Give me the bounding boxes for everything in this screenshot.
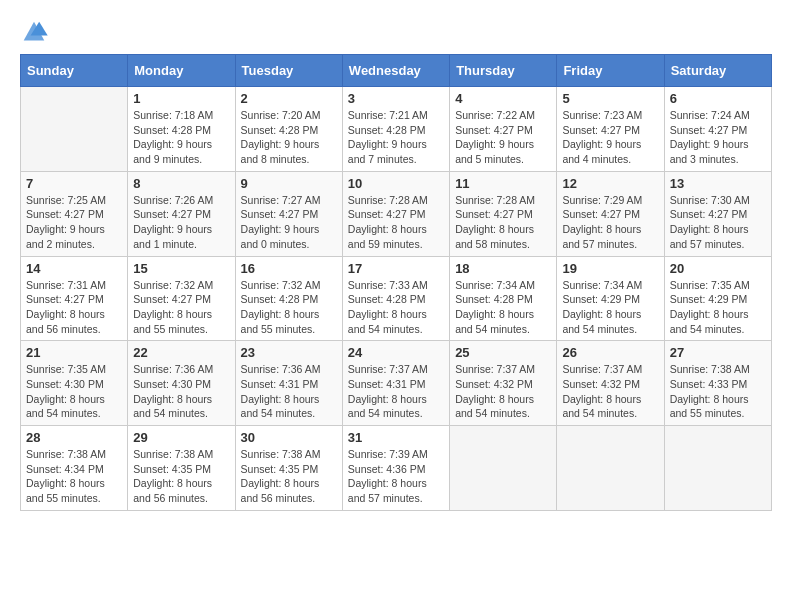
calendar-cell: 3Sunrise: 7:21 AMSunset: 4:28 PMDaylight… <box>342 87 449 172</box>
day-info: Sunrise: 7:36 AMSunset: 4:30 PMDaylight:… <box>133 362 229 421</box>
calendar-week-row: 28Sunrise: 7:38 AMSunset: 4:34 PMDayligh… <box>21 426 772 511</box>
day-number: 19 <box>562 261 658 276</box>
calendar-cell: 1Sunrise: 7:18 AMSunset: 4:28 PMDaylight… <box>128 87 235 172</box>
day-info: Sunrise: 7:20 AMSunset: 4:28 PMDaylight:… <box>241 108 337 167</box>
day-number: 12 <box>562 176 658 191</box>
day-number: 2 <box>241 91 337 106</box>
day-info: Sunrise: 7:22 AMSunset: 4:27 PMDaylight:… <box>455 108 551 167</box>
calendar-cell: 2Sunrise: 7:20 AMSunset: 4:28 PMDaylight… <box>235 87 342 172</box>
day-info: Sunrise: 7:34 AMSunset: 4:28 PMDaylight:… <box>455 278 551 337</box>
calendar-cell: 30Sunrise: 7:38 AMSunset: 4:35 PMDayligh… <box>235 426 342 511</box>
day-number: 21 <box>26 345 122 360</box>
calendar-cell: 8Sunrise: 7:26 AMSunset: 4:27 PMDaylight… <box>128 171 235 256</box>
day-number: 14 <box>26 261 122 276</box>
day-info: Sunrise: 7:37 AMSunset: 4:32 PMDaylight:… <box>562 362 658 421</box>
calendar-cell: 9Sunrise: 7:27 AMSunset: 4:27 PMDaylight… <box>235 171 342 256</box>
logo-icon <box>20 20 48 44</box>
calendar-cell <box>557 426 664 511</box>
day-number: 13 <box>670 176 766 191</box>
calendar-cell: 29Sunrise: 7:38 AMSunset: 4:35 PMDayligh… <box>128 426 235 511</box>
day-number: 26 <box>562 345 658 360</box>
day-info: Sunrise: 7:39 AMSunset: 4:36 PMDaylight:… <box>348 447 444 506</box>
day-info: Sunrise: 7:21 AMSunset: 4:28 PMDaylight:… <box>348 108 444 167</box>
day-number: 23 <box>241 345 337 360</box>
day-info: Sunrise: 7:18 AMSunset: 4:28 PMDaylight:… <box>133 108 229 167</box>
day-info: Sunrise: 7:37 AMSunset: 4:32 PMDaylight:… <box>455 362 551 421</box>
day-of-week-header: Friday <box>557 55 664 87</box>
calendar-header-row: SundayMondayTuesdayWednesdayThursdayFrid… <box>21 55 772 87</box>
day-info: Sunrise: 7:38 AMSunset: 4:35 PMDaylight:… <box>133 447 229 506</box>
day-number: 18 <box>455 261 551 276</box>
day-number: 24 <box>348 345 444 360</box>
calendar-cell: 16Sunrise: 7:32 AMSunset: 4:28 PMDayligh… <box>235 256 342 341</box>
calendar: SundayMondayTuesdayWednesdayThursdayFrid… <box>20 54 772 511</box>
calendar-cell <box>21 87 128 172</box>
calendar-cell: 14Sunrise: 7:31 AMSunset: 4:27 PMDayligh… <box>21 256 128 341</box>
calendar-cell: 18Sunrise: 7:34 AMSunset: 4:28 PMDayligh… <box>450 256 557 341</box>
day-of-week-header: Monday <box>128 55 235 87</box>
day-of-week-header: Sunday <box>21 55 128 87</box>
day-of-week-header: Wednesday <box>342 55 449 87</box>
calendar-week-row: 1Sunrise: 7:18 AMSunset: 4:28 PMDaylight… <box>21 87 772 172</box>
day-info: Sunrise: 7:28 AMSunset: 4:27 PMDaylight:… <box>455 193 551 252</box>
day-number: 28 <box>26 430 122 445</box>
calendar-cell: 24Sunrise: 7:37 AMSunset: 4:31 PMDayligh… <box>342 341 449 426</box>
day-info: Sunrise: 7:37 AMSunset: 4:31 PMDaylight:… <box>348 362 444 421</box>
calendar-cell: 31Sunrise: 7:39 AMSunset: 4:36 PMDayligh… <box>342 426 449 511</box>
day-info: Sunrise: 7:28 AMSunset: 4:27 PMDaylight:… <box>348 193 444 252</box>
day-info: Sunrise: 7:38 AMSunset: 4:34 PMDaylight:… <box>26 447 122 506</box>
day-info: Sunrise: 7:31 AMSunset: 4:27 PMDaylight:… <box>26 278 122 337</box>
day-info: Sunrise: 7:30 AMSunset: 4:27 PMDaylight:… <box>670 193 766 252</box>
day-info: Sunrise: 7:36 AMSunset: 4:31 PMDaylight:… <box>241 362 337 421</box>
calendar-cell: 23Sunrise: 7:36 AMSunset: 4:31 PMDayligh… <box>235 341 342 426</box>
day-of-week-header: Thursday <box>450 55 557 87</box>
day-info: Sunrise: 7:38 AMSunset: 4:33 PMDaylight:… <box>670 362 766 421</box>
calendar-cell: 6Sunrise: 7:24 AMSunset: 4:27 PMDaylight… <box>664 87 771 172</box>
day-of-week-header: Saturday <box>664 55 771 87</box>
calendar-cell: 20Sunrise: 7:35 AMSunset: 4:29 PMDayligh… <box>664 256 771 341</box>
calendar-cell <box>664 426 771 511</box>
calendar-cell: 12Sunrise: 7:29 AMSunset: 4:27 PMDayligh… <box>557 171 664 256</box>
calendar-cell: 27Sunrise: 7:38 AMSunset: 4:33 PMDayligh… <box>664 341 771 426</box>
day-number: 29 <box>133 430 229 445</box>
day-number: 6 <box>670 91 766 106</box>
calendar-cell: 21Sunrise: 7:35 AMSunset: 4:30 PMDayligh… <box>21 341 128 426</box>
day-of-week-header: Tuesday <box>235 55 342 87</box>
calendar-cell: 4Sunrise: 7:22 AMSunset: 4:27 PMDaylight… <box>450 87 557 172</box>
day-info: Sunrise: 7:29 AMSunset: 4:27 PMDaylight:… <box>562 193 658 252</box>
calendar-cell: 15Sunrise: 7:32 AMSunset: 4:27 PMDayligh… <box>128 256 235 341</box>
calendar-cell: 5Sunrise: 7:23 AMSunset: 4:27 PMDaylight… <box>557 87 664 172</box>
calendar-cell: 13Sunrise: 7:30 AMSunset: 4:27 PMDayligh… <box>664 171 771 256</box>
day-number: 25 <box>455 345 551 360</box>
day-number: 1 <box>133 91 229 106</box>
day-number: 20 <box>670 261 766 276</box>
calendar-week-row: 14Sunrise: 7:31 AMSunset: 4:27 PMDayligh… <box>21 256 772 341</box>
day-number: 4 <box>455 91 551 106</box>
day-number: 31 <box>348 430 444 445</box>
calendar-cell: 22Sunrise: 7:36 AMSunset: 4:30 PMDayligh… <box>128 341 235 426</box>
day-info: Sunrise: 7:34 AMSunset: 4:29 PMDaylight:… <box>562 278 658 337</box>
day-number: 3 <box>348 91 444 106</box>
day-info: Sunrise: 7:35 AMSunset: 4:29 PMDaylight:… <box>670 278 766 337</box>
calendar-cell: 17Sunrise: 7:33 AMSunset: 4:28 PMDayligh… <box>342 256 449 341</box>
day-number: 27 <box>670 345 766 360</box>
day-info: Sunrise: 7:25 AMSunset: 4:27 PMDaylight:… <box>26 193 122 252</box>
day-number: 15 <box>133 261 229 276</box>
calendar-week-row: 21Sunrise: 7:35 AMSunset: 4:30 PMDayligh… <box>21 341 772 426</box>
calendar-cell: 28Sunrise: 7:38 AMSunset: 4:34 PMDayligh… <box>21 426 128 511</box>
day-number: 5 <box>562 91 658 106</box>
day-number: 9 <box>241 176 337 191</box>
calendar-week-row: 7Sunrise: 7:25 AMSunset: 4:27 PMDaylight… <box>21 171 772 256</box>
day-number: 17 <box>348 261 444 276</box>
day-number: 10 <box>348 176 444 191</box>
calendar-cell: 19Sunrise: 7:34 AMSunset: 4:29 PMDayligh… <box>557 256 664 341</box>
day-info: Sunrise: 7:23 AMSunset: 4:27 PMDaylight:… <box>562 108 658 167</box>
day-info: Sunrise: 7:24 AMSunset: 4:27 PMDaylight:… <box>670 108 766 167</box>
day-number: 16 <box>241 261 337 276</box>
day-info: Sunrise: 7:38 AMSunset: 4:35 PMDaylight:… <box>241 447 337 506</box>
day-info: Sunrise: 7:33 AMSunset: 4:28 PMDaylight:… <box>348 278 444 337</box>
day-info: Sunrise: 7:27 AMSunset: 4:27 PMDaylight:… <box>241 193 337 252</box>
calendar-cell: 11Sunrise: 7:28 AMSunset: 4:27 PMDayligh… <box>450 171 557 256</box>
day-number: 8 <box>133 176 229 191</box>
calendar-cell: 26Sunrise: 7:37 AMSunset: 4:32 PMDayligh… <box>557 341 664 426</box>
